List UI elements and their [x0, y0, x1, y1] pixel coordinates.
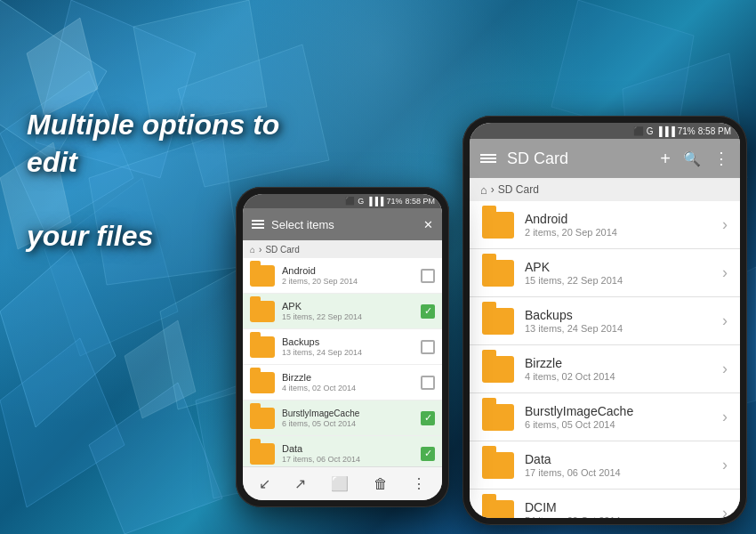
breadcrumb-small: ⌂ › SD Card — [243, 240, 442, 258]
chevron-icon: › — [722, 360, 728, 378]
file-info: Data 17 items, 06 Oct 2014 — [282, 443, 421, 464]
battery-small: 71% — [386, 197, 402, 206]
home-icon-large: ⌂ — [480, 183, 487, 197]
table-row[interactable]: BurstlyImageCache 6 items, 05 Oct 2014 ✓ — [243, 400, 442, 436]
chevron-icon: › — [722, 312, 728, 330]
folder-icon — [250, 443, 275, 465]
hero-line1: Multiple options to edit — [27, 107, 311, 181]
file-meta: 4 items, 02 Oct 2014 — [282, 384, 421, 392]
phone-large: ⬛ G ▐▐▐ 71% 8:58 PM SD Card + 🔍 ⋮ — [462, 116, 747, 525]
checkbox-checked[interactable]: ✓ — [421, 411, 435, 425]
toolbar-share-icon[interactable]: ↙ — [259, 475, 270, 492]
toolbar-move-icon[interactable]: ↗ — [294, 475, 306, 492]
file-name: Birzzle — [282, 372, 421, 383]
phone-large-body: ⬛ G ▐▐▐ 71% 8:58 PM SD Card + 🔍 ⋮ — [462, 116, 747, 525]
table-row[interactable]: Android 2 items, 20 Sep 2014 — [243, 258, 442, 294]
file-list-large[interactable]: Android 2 items, 20 Sep 2014 › APK 15 it… — [470, 201, 740, 518]
folder-icon — [482, 356, 514, 383]
toolbar-more-icon[interactable]: ⋮ — [412, 475, 426, 492]
file-name: Data — [525, 452, 722, 466]
file-info: Android 2 items, 20 Sep 2014 — [282, 265, 421, 286]
checkbox-checked[interactable]: ✓ — [421, 304, 435, 319]
table-row[interactable]: APK 15 items, 22 Sep 2014 › — [470, 249, 740, 297]
breadcrumb-large: ⌂ › SD Card — [470, 178, 740, 201]
file-meta: 15 items, 22 Sep 2014 — [282, 312, 421, 321]
bars-icon-small: ▐▐▐ — [366, 197, 383, 206]
file-meta: 54 items, 09 Oct 2014 — [525, 515, 722, 518]
app-bar-title-large: SD Card — [507, 150, 660, 168]
battery-large: 71% — [678, 126, 696, 136]
table-row[interactable]: BurstlyImageCache 6 items, 05 Oct 2014 › — [470, 393, 740, 441]
table-row[interactable]: Birzzle 4 items, 02 Oct 2014 › — [470, 345, 740, 393]
file-name: Birzzle — [525, 356, 722, 370]
app-bar-large: SD Card + 🔍 ⋮ — [470, 139, 740, 178]
file-name: Backups — [282, 336, 421, 347]
phone-small-body: ⬛ G ▐▐▐ 71% 8:58 PM Select items ✕ ⌂ — [236, 187, 449, 507]
file-info: BurstlyImageCache 6 items, 05 Oct 2014 — [525, 404, 722, 430]
file-name: DCIM — [525, 500, 722, 514]
file-info: APK 15 items, 22 Sep 2014 — [282, 301, 421, 321]
network-icon-large: G — [647, 126, 654, 136]
table-row[interactable]: Android 2 items, 20 Sep 2014 › — [470, 201, 740, 249]
table-row[interactable]: APK 15 items, 22 Sep 2014 ✓ — [243, 294, 442, 329]
table-row[interactable]: Data 17 items, 06 Oct 2014 ✓ — [243, 436, 442, 466]
network-icon-small: G — [358, 197, 364, 206]
file-meta: 13 items, 24 Sep 2014 — [525, 323, 722, 334]
checkbox[interactable] — [421, 269, 435, 283]
folder-icon — [250, 265, 275, 287]
search-icon-large[interactable]: 🔍 — [683, 150, 701, 167]
table-row[interactable]: Data 17 items, 06 Oct 2014 › — [470, 441, 740, 490]
breadcrumb-separator-small: › — [259, 245, 261, 255]
app-bar-icons-large: + 🔍 ⋮ — [660, 149, 729, 169]
toolbar-delete-icon[interactable]: 🗑 — [374, 476, 388, 492]
status-bar-small: ⬛ G ▐▐▐ 71% 8:58 PM — [243, 194, 442, 208]
add-icon-large[interactable]: + — [660, 149, 671, 169]
table-row[interactable]: Birzzle 4 items, 02 Oct 2014 — [243, 365, 442, 400]
file-name: Android — [282, 265, 421, 276]
file-info: DCIM 54 items, 09 Oct 2014 — [525, 500, 722, 518]
file-meta: 6 items, 05 Oct 2014 — [525, 419, 722, 430]
time-large: 8:58 PM — [698, 126, 731, 136]
folder-icon — [250, 336, 275, 358]
file-info: BurstlyImageCache 6 items, 05 Oct 2014 — [282, 409, 421, 428]
app-bar-title-small: Select items — [271, 218, 423, 231]
file-info: APK 15 items, 22 Sep 2014 — [525, 260, 722, 286]
file-meta: 2 items, 20 Sep 2014 — [282, 277, 421, 286]
file-meta: 4 items, 02 Oct 2014 — [525, 371, 722, 382]
file-info: Birzzle 4 items, 02 Oct 2014 — [282, 372, 421, 392]
file-name: BurstlyImageCache — [282, 409, 421, 418]
close-icon-small[interactable]: ✕ — [423, 218, 433, 231]
folder-icon — [482, 404, 514, 431]
folder-icon — [250, 408, 275, 429]
file-info: Birzzle 4 items, 02 Oct 2014 — [525, 356, 722, 382]
toolbar-copy-icon[interactable]: ⬜ — [331, 475, 349, 492]
folder-icon — [482, 260, 514, 287]
checkbox-checked[interactable]: ✓ — [421, 447, 435, 461]
folder-icon — [250, 372, 275, 393]
file-info: Data 17 items, 06 Oct 2014 — [525, 452, 722, 478]
file-meta: 15 items, 22 Sep 2014 — [525, 275, 722, 286]
breadcrumb-separator-large: › — [491, 183, 495, 196]
table-row[interactable]: Backups 13 items, 24 Sep 2014 — [243, 329, 442, 365]
file-name: Backups — [525, 308, 722, 322]
checkbox[interactable] — [421, 376, 435, 390]
file-name: Android — [525, 212, 722, 226]
table-row[interactable]: DCIM 54 items, 09 Oct 2014 › — [470, 490, 740, 518]
file-list-small[interactable]: Android 2 items, 20 Sep 2014 APK 15 item… — [243, 258, 442, 466]
folder-icon — [482, 212, 514, 239]
file-name: Data — [282, 443, 421, 454]
file-name: APK — [282, 301, 421, 312]
file-meta: 2 items, 20 Sep 2014 — [525, 227, 722, 238]
file-info: Android 2 items, 20 Sep 2014 — [525, 212, 722, 238]
chevron-icon: › — [722, 408, 728, 426]
file-name: APK — [525, 260, 722, 274]
checkbox[interactable] — [421, 340, 435, 354]
home-icon-small: ⌂ — [250, 245, 255, 255]
table-row[interactable]: Backups 13 items, 24 Sep 2014 › — [470, 297, 740, 345]
file-info: Backups 13 items, 24 Sep 2014 — [525, 308, 722, 334]
more-icon-large[interactable]: ⋮ — [713, 149, 729, 168]
time-small: 8:58 PM — [405, 197, 435, 206]
chevron-icon: › — [722, 215, 728, 234]
menu-icon-large[interactable] — [480, 154, 496, 163]
folder-icon — [482, 500, 514, 519]
